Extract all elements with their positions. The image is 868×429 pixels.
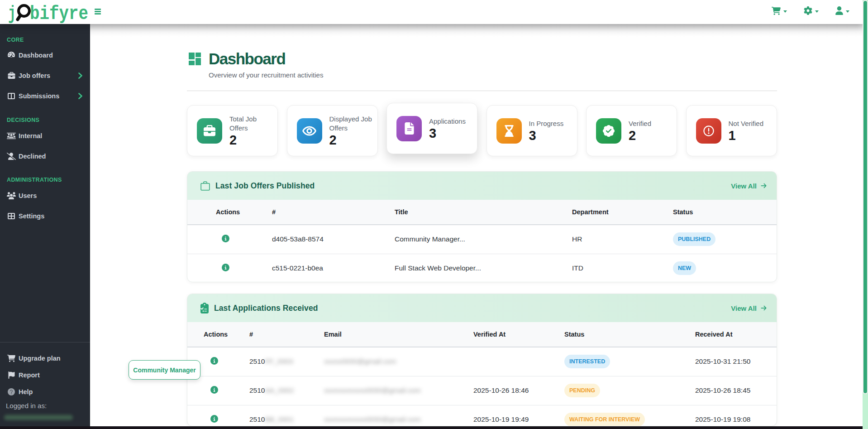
svg-text:j: j	[8, 3, 16, 24]
svg-text:bifyre: bifyre	[30, 3, 88, 24]
